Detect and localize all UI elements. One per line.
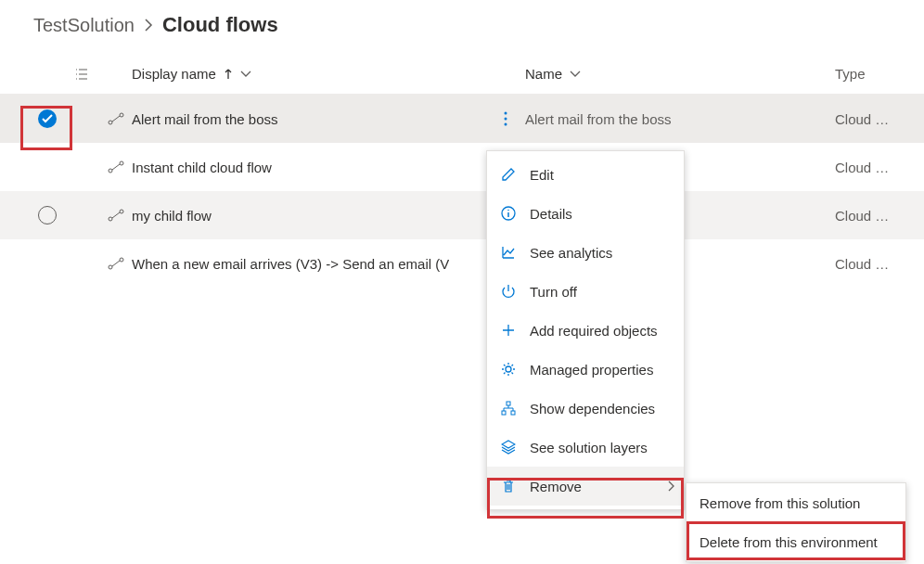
order-icon[interactable] bbox=[74, 67, 100, 82]
chevron-down-icon bbox=[240, 70, 251, 78]
menu-item-label: Edit bbox=[530, 167, 554, 183]
svg-rect-13 bbox=[507, 402, 510, 405]
flow-icon bbox=[108, 160, 124, 173]
power-icon bbox=[500, 283, 517, 300]
menu-item-turn-off[interactable]: Turn off bbox=[487, 272, 684, 311]
gear-icon bbox=[500, 361, 517, 378]
breadcrumb: TestSolution Cloud flows bbox=[0, 0, 924, 54]
column-header-display-name[interactable]: Display name bbox=[132, 66, 251, 82]
menu-item-label: Remove from this solution bbox=[699, 495, 860, 511]
context-menu: Edit Details See analytics Turn off Add … bbox=[486, 150, 685, 510]
name-cell: Alert mail from the boss bbox=[525, 111, 672, 127]
svg-rect-15 bbox=[511, 411, 515, 415]
chevron-right-icon bbox=[668, 481, 674, 492]
flow-icon bbox=[108, 209, 124, 222]
menu-item-label: See solution layers bbox=[530, 440, 648, 455]
menu-item-remove[interactable]: Remove bbox=[487, 467, 684, 506]
display-name-cell[interactable]: Alert mail from the boss bbox=[132, 111, 278, 127]
svg-rect-14 bbox=[502, 411, 506, 415]
table-row[interactable]: my child flow Cloud F... bbox=[0, 191, 924, 239]
menu-item-label: Delete from this environment bbox=[699, 534, 878, 550]
menu-item-label: Remove bbox=[530, 479, 582, 494]
edit-icon bbox=[500, 166, 517, 183]
svg-point-1 bbox=[120, 113, 123, 117]
menu-item-edit[interactable]: Edit bbox=[487, 155, 684, 194]
menu-item-label: Turn off bbox=[530, 284, 577, 300]
menu-item-add-required-objects[interactable]: Add required objects bbox=[487, 311, 684, 350]
svg-point-7 bbox=[109, 217, 112, 221]
chevron-down-icon bbox=[570, 70, 581, 78]
display-name-cell[interactable]: Instant child cloud flow bbox=[132, 160, 272, 175]
chevron-right-icon bbox=[144, 19, 153, 32]
menu-item-see-solution-layers[interactable]: See solution layers bbox=[487, 428, 684, 467]
svg-point-2 bbox=[505, 112, 507, 115]
hierarchy-icon bbox=[500, 400, 517, 417]
layers-icon bbox=[500, 439, 517, 455]
menu-item-label: Details bbox=[530, 206, 572, 222]
svg-point-5 bbox=[109, 169, 112, 173]
svg-point-6 bbox=[120, 161, 123, 165]
menu-item-label: Managed properties bbox=[530, 362, 653, 378]
svg-point-3 bbox=[505, 118, 507, 121]
flow-icon bbox=[108, 112, 124, 125]
breadcrumb-parent[interactable]: TestSolution bbox=[33, 15, 135, 36]
type-cell: Cloud F... bbox=[835, 256, 891, 272]
more-actions-icon[interactable] bbox=[504, 111, 507, 126]
display-name-cell[interactable]: my child flow bbox=[132, 208, 212, 224]
menu-item-managed-properties[interactable]: Managed properties bbox=[487, 350, 684, 389]
menu-item-label: Add required objects bbox=[530, 323, 658, 339]
trash-icon bbox=[500, 478, 517, 494]
sort-asc-icon bbox=[224, 69, 233, 80]
menu-item-details[interactable]: Details bbox=[487, 194, 684, 233]
menu-item-label: Show dependencies bbox=[530, 401, 655, 417]
menu-item-analytics[interactable]: See analytics bbox=[487, 233, 684, 272]
menu-item-show-dependencies[interactable]: Show dependencies bbox=[487, 389, 684, 428]
row-checkbox[interactable] bbox=[38, 109, 57, 128]
analytics-icon bbox=[500, 244, 517, 261]
svg-point-4 bbox=[505, 123, 507, 126]
svg-point-9 bbox=[109, 265, 112, 269]
info-icon bbox=[500, 205, 517, 222]
context-submenu: Remove from this solution Delete from th… bbox=[686, 482, 906, 562]
column-header-name[interactable]: Name bbox=[525, 66, 581, 82]
menu-item-label: See analytics bbox=[530, 245, 612, 261]
display-name-cell[interactable]: When a new email arrives (V3) -> Send an… bbox=[132, 256, 449, 272]
type-cell: Cloud F... bbox=[835, 160, 891, 175]
breadcrumb-current: Cloud flows bbox=[162, 13, 278, 37]
table-row[interactable]: Alert mail from the boss Alert mail from… bbox=[0, 95, 924, 143]
svg-point-12 bbox=[506, 366, 511, 372]
column-header-type[interactable]: Type bbox=[835, 66, 866, 82]
table-row[interactable]: Instant child cloud flow Cloud F... bbox=[0, 143, 924, 191]
row-checkbox[interactable] bbox=[38, 206, 57, 224]
type-cell: Cloud F... bbox=[835, 208, 891, 224]
type-cell: Cloud F... bbox=[835, 111, 891, 127]
menu-item-remove-from-solution[interactable]: Remove from this solution bbox=[687, 483, 905, 522]
plus-icon bbox=[500, 322, 517, 339]
svg-point-0 bbox=[109, 121, 112, 124]
flow-icon bbox=[108, 257, 124, 270]
svg-point-8 bbox=[120, 210, 123, 213]
table-header: Display name Name Type bbox=[0, 54, 924, 95]
menu-item-delete-from-environment[interactable]: Delete from this environment bbox=[687, 522, 905, 561]
table-row[interactable]: When a new email arrives (V3) -> Send an… bbox=[0, 239, 924, 288]
svg-point-10 bbox=[120, 258, 123, 262]
